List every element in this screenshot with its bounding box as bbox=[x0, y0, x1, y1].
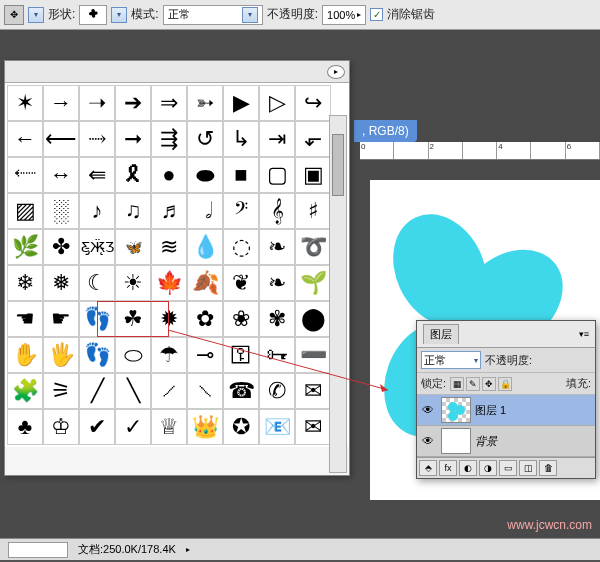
shape-arrow-rr[interactable]: ⇒ bbox=[151, 85, 187, 121]
zoom-field[interactable] bbox=[8, 542, 68, 558]
shape-crown3[interactable]: 👑 bbox=[187, 409, 223, 445]
shape-ribbon[interactable]: 🎗 bbox=[115, 157, 151, 193]
shape-waves[interactable]: ≋ bbox=[151, 229, 187, 265]
shape-slash1[interactable]: ╱ bbox=[79, 373, 115, 409]
visibility-icon[interactable]: 👁 bbox=[419, 401, 437, 419]
status-arrow-icon[interactable]: ▸ bbox=[186, 545, 190, 554]
shape-note-half[interactable]: 𝅗𝅥 bbox=[187, 193, 223, 229]
shape-arrow-l-dot[interactable]: ⬸ bbox=[7, 157, 43, 193]
shape-leaf[interactable]: 🍂 bbox=[187, 265, 223, 301]
shape-circle2[interactable]: ⬤ bbox=[295, 301, 331, 337]
shape-puzzle1[interactable]: 🧩 bbox=[7, 373, 43, 409]
shape-slash4[interactable]: ⟍ bbox=[187, 373, 223, 409]
scrollbar[interactable] bbox=[329, 115, 347, 473]
shape-drop[interactable]: 💧 bbox=[187, 229, 223, 265]
shape-phone2[interactable]: ✆ bbox=[259, 373, 295, 409]
layer-thumbnail[interactable] bbox=[441, 397, 471, 423]
opacity-input[interactable]: 100% ▸ bbox=[322, 5, 366, 25]
shape-snowflake[interactable]: ❄ bbox=[7, 265, 43, 301]
lock-position-icon[interactable]: ✥ bbox=[482, 377, 496, 391]
shape-arrow-corner[interactable]: ⬐ bbox=[295, 121, 331, 157]
shape-envelope[interactable]: ✉ bbox=[295, 373, 331, 409]
shape-frame[interactable]: ▢ bbox=[259, 157, 295, 193]
shape-key[interactable]: ⚿ bbox=[223, 337, 259, 373]
shape-sharp[interactable]: ♯ bbox=[295, 193, 331, 229]
shape-slash3[interactable]: ⟋ bbox=[151, 373, 187, 409]
shape-arrow-r-tri2[interactable]: ▷ bbox=[259, 85, 295, 121]
document-tab[interactable]: , RGB/8) bbox=[354, 120, 417, 142]
shape-butterfly2[interactable]: 🦋 bbox=[115, 229, 151, 265]
shape-slash2[interactable]: ╲ bbox=[115, 373, 151, 409]
tool-dropdown[interactable]: ▾ bbox=[28, 7, 44, 23]
shape-arrow-l[interactable]: ← bbox=[7, 121, 43, 157]
adjustment-button[interactable]: ◑ bbox=[479, 460, 497, 476]
shape-hand-fat[interactable]: ✋ bbox=[7, 337, 43, 373]
shape-leaf2[interactable]: ❦ bbox=[223, 265, 259, 301]
shape-envelope-open[interactable]: ✉ bbox=[295, 409, 331, 445]
shape-arrow-r-thin[interactable]: ➝ bbox=[79, 85, 115, 121]
shape-leaf3[interactable]: ❧ bbox=[259, 265, 295, 301]
shape-dropdown[interactable]: ▾ bbox=[111, 7, 127, 23]
lock-all-icon[interactable]: 🔒 bbox=[498, 377, 512, 391]
tool-icon[interactable]: ✥ bbox=[4, 5, 24, 25]
delete-button[interactable]: 🗑 bbox=[539, 460, 557, 476]
shape-arrow-r-solid[interactable]: ➞ bbox=[115, 121, 151, 157]
shape-square[interactable]: ■ bbox=[223, 157, 259, 193]
shape-note-beam[interactable]: ♬ bbox=[151, 193, 187, 229]
layer-row[interactable]: 👁 图层 1 bbox=[417, 395, 595, 426]
link-button[interactable]: ⬘ bbox=[419, 460, 437, 476]
new-layer-button[interactable]: ◫ bbox=[519, 460, 537, 476]
shape-arrow-turn-r[interactable]: ↳ bbox=[223, 121, 259, 157]
shape-burst[interactable]: ✹ bbox=[151, 301, 187, 337]
lock-transparency-icon[interactable]: ▦ bbox=[450, 377, 464, 391]
shape-flower[interactable]: ✿ bbox=[187, 301, 223, 337]
shape-clover4[interactable]: ✤ bbox=[43, 229, 79, 265]
lock-paint-icon[interactable]: ✎ bbox=[466, 377, 480, 391]
shape-moon[interactable]: ☾ bbox=[79, 265, 115, 301]
shape-crown[interactable]: ♔ bbox=[43, 409, 79, 445]
blend-mode-select[interactable]: 正常 ▾ bbox=[421, 351, 481, 369]
shape-hand-r[interactable]: ☛ bbox=[43, 301, 79, 337]
layer-row[interactable]: 👁 背景 bbox=[417, 426, 595, 457]
shape-key-dot[interactable]: ⊸ bbox=[187, 337, 223, 373]
shape-check2[interactable]: ✓ bbox=[115, 409, 151, 445]
shape-ellipse[interactable]: ⬬ bbox=[187, 157, 223, 193]
panel-menu-icon[interactable]: ▾≡ bbox=[579, 329, 589, 339]
shape-mail[interactable]: 📧 bbox=[259, 409, 295, 445]
shape-arrow-l3[interactable]: ⇚ bbox=[79, 157, 115, 193]
shape-butterfly[interactable]: Ƹ̵̡Ӝ̵̨̄Ʒ bbox=[79, 229, 115, 265]
shape-flower2[interactable]: ❀ bbox=[223, 301, 259, 337]
shape-fern[interactable]: 🌿 bbox=[7, 229, 43, 265]
shape-note1[interactable]: ♪ bbox=[79, 193, 115, 229]
shape-frame2[interactable]: ▣ bbox=[295, 157, 331, 193]
shape-clover3[interactable]: ☘ bbox=[115, 301, 151, 337]
shape-hand-l[interactable]: ☚ bbox=[7, 301, 43, 337]
shape-arrow-r-dot[interactable]: ⤑ bbox=[79, 121, 115, 157]
shape-snowflake2[interactable]: ❅ bbox=[43, 265, 79, 301]
shape-umbrella[interactable]: ☂ bbox=[151, 337, 187, 373]
shape-crown2[interactable]: ♕ bbox=[151, 409, 187, 445]
layers-tab[interactable]: 图层 bbox=[423, 324, 459, 344]
shape-halftone[interactable]: ░ bbox=[43, 193, 79, 229]
shape-clef-treble[interactable]: 𝄞 bbox=[259, 193, 295, 229]
shape-arrow-r-sq[interactable]: ⇥ bbox=[259, 121, 295, 157]
shape-hand-open[interactable]: 🖐 bbox=[43, 337, 79, 373]
fx-button[interactable]: fx bbox=[439, 460, 457, 476]
shape-puzzle2[interactable]: ⚞ bbox=[43, 373, 79, 409]
shape-sun[interactable]: ☀ bbox=[115, 265, 151, 301]
shape-daisy[interactable]: ✾ bbox=[259, 301, 295, 337]
shape-arrow-lr[interactable]: ↔ bbox=[43, 157, 79, 193]
shape-arrow-curve-u[interactable]: ↺ bbox=[187, 121, 223, 157]
shape-swirl[interactable]: ➰ bbox=[295, 229, 331, 265]
group-button[interactable]: ▭ bbox=[499, 460, 517, 476]
shape-dash[interactable]: ➖ bbox=[295, 337, 331, 373]
mask-button[interactable]: ◐ bbox=[459, 460, 477, 476]
shape-leaves[interactable]: ❧ bbox=[259, 229, 295, 265]
shape-foot[interactable]: 👣 bbox=[79, 301, 115, 337]
shape-arrow-r[interactable]: → bbox=[43, 85, 79, 121]
shape-preview[interactable] bbox=[79, 5, 107, 25]
visibility-icon[interactable]: 👁 bbox=[419, 432, 437, 450]
layer-thumbnail[interactable] bbox=[441, 428, 471, 454]
shape-arrow-r-feather[interactable]: ➳ bbox=[187, 85, 223, 121]
shape-star6[interactable]: ✶ bbox=[7, 85, 43, 121]
